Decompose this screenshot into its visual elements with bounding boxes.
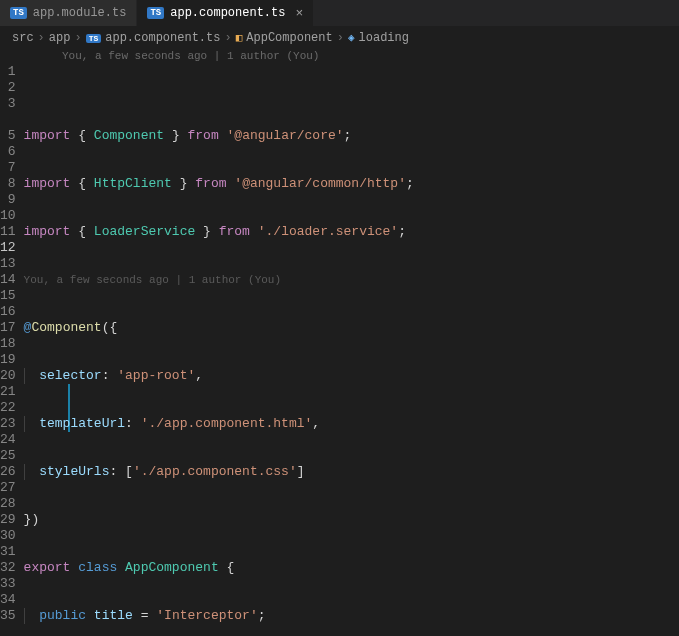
chevron-right-icon: › (74, 31, 81, 45)
code-line: templateUrl: './app.component.html', (24, 416, 679, 432)
blame-line: You, a few seconds ago | 1 author (You) (24, 272, 679, 288)
tab-label: app.component.ts (170, 6, 285, 20)
crumb-src[interactable]: src (12, 31, 34, 45)
tab-bar: TS app.module.ts TS app.component.ts × (0, 0, 679, 27)
code-line: @Component({ (24, 320, 679, 336)
crumb-file[interactable]: TSapp.component.ts (86, 31, 221, 45)
ts-icon: TS (10, 7, 27, 19)
ts-icon: TS (147, 7, 164, 19)
chevron-right-icon: › (224, 31, 231, 45)
tab-app-component[interactable]: TS app.component.ts × (137, 0, 314, 26)
tab-label: app.module.ts (33, 6, 127, 20)
code-line: styleUrls: ['./app.component.css'] (24, 464, 679, 480)
breadcrumb: src › app › TSapp.component.ts › AppComp… (0, 27, 679, 49)
class-icon (236, 31, 243, 45)
git-blame-annotation: You, a few seconds ago | 1 author (You) (0, 49, 679, 64)
code-line: selector: 'app-root', (24, 368, 679, 384)
code-line: import { Component } from '@angular/core… (24, 128, 679, 144)
close-icon[interactable]: × (295, 6, 303, 21)
tab-app-module[interactable]: TS app.module.ts (0, 0, 137, 26)
code-line: }) (24, 512, 679, 528)
crumb-app[interactable]: app (49, 31, 71, 45)
chevron-right-icon: › (38, 31, 45, 45)
code-line: import { HttpClient } from '@angular/com… (24, 176, 679, 192)
code-line: public title = 'Interceptor'; (24, 608, 679, 624)
line-number-gutter: 123 567891011121314151617181920212223242… (0, 64, 24, 636)
property-icon (348, 31, 355, 45)
crumb-member[interactable]: loading (348, 31, 409, 45)
code-line: import { LoaderService } from './loader.… (24, 224, 679, 240)
chevron-right-icon: › (337, 31, 344, 45)
code-line: export class AppComponent { (24, 560, 679, 576)
ts-icon: TS (86, 34, 102, 43)
crumb-class[interactable]: AppComponent (236, 31, 333, 45)
code-editor[interactable]: 123 567891011121314151617181920212223242… (0, 64, 679, 636)
code-area[interactable]: import { Component } from '@angular/core… (24, 64, 679, 636)
